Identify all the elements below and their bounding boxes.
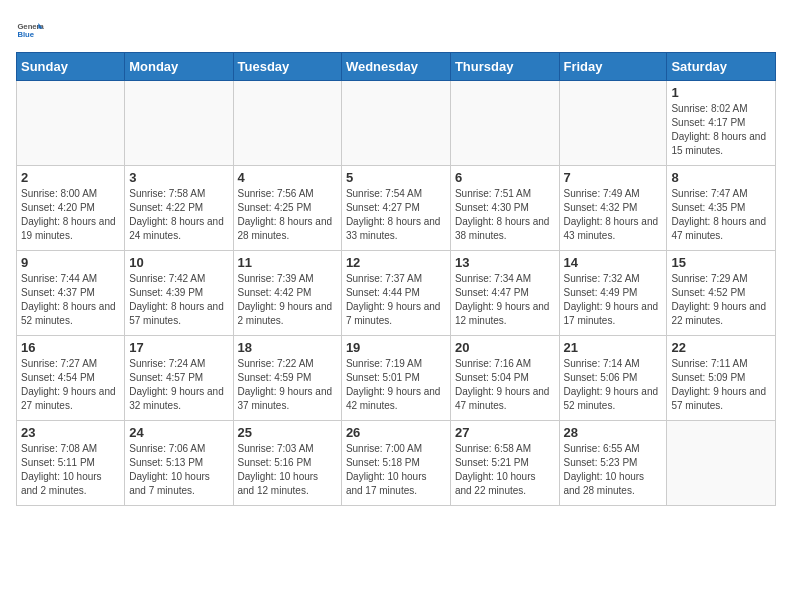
day-info: Sunrise: 7:34 AM Sunset: 4:47 PM Dayligh… xyxy=(455,272,555,328)
calendar-cell: 18Sunrise: 7:22 AM Sunset: 4:59 PM Dayli… xyxy=(233,336,341,421)
day-info: Sunrise: 7:54 AM Sunset: 4:27 PM Dayligh… xyxy=(346,187,446,243)
calendar-cell: 10Sunrise: 7:42 AM Sunset: 4:39 PM Dayli… xyxy=(125,251,233,336)
day-info: Sunrise: 7:22 AM Sunset: 4:59 PM Dayligh… xyxy=(238,357,337,413)
day-info: Sunrise: 7:32 AM Sunset: 4:49 PM Dayligh… xyxy=(564,272,663,328)
logo: General Blue xyxy=(16,16,44,44)
day-info: Sunrise: 6:58 AM Sunset: 5:21 PM Dayligh… xyxy=(455,442,555,498)
day-number: 25 xyxy=(238,425,337,440)
day-number: 23 xyxy=(21,425,120,440)
calendar-cell xyxy=(341,81,450,166)
day-number: 24 xyxy=(129,425,228,440)
day-info: Sunrise: 8:00 AM Sunset: 4:20 PM Dayligh… xyxy=(21,187,120,243)
day-info: Sunrise: 8:02 AM Sunset: 4:17 PM Dayligh… xyxy=(671,102,771,158)
day-number: 28 xyxy=(564,425,663,440)
calendar-cell: 1Sunrise: 8:02 AM Sunset: 4:17 PM Daylig… xyxy=(667,81,776,166)
day-header-monday: Monday xyxy=(125,53,233,81)
page-header: General Blue xyxy=(16,16,776,44)
calendar-cell: 3Sunrise: 7:58 AM Sunset: 4:22 PM Daylig… xyxy=(125,166,233,251)
week-row-3: 16Sunrise: 7:27 AM Sunset: 4:54 PM Dayli… xyxy=(17,336,776,421)
calendar-cell: 14Sunrise: 7:32 AM Sunset: 4:49 PM Dayli… xyxy=(559,251,667,336)
calendar-cell xyxy=(125,81,233,166)
day-info: Sunrise: 7:08 AM Sunset: 5:11 PM Dayligh… xyxy=(21,442,120,498)
calendar-header-row: SundayMondayTuesdayWednesdayThursdayFrid… xyxy=(17,53,776,81)
day-info: Sunrise: 7:27 AM Sunset: 4:54 PM Dayligh… xyxy=(21,357,120,413)
day-header-wednesday: Wednesday xyxy=(341,53,450,81)
calendar-cell: 24Sunrise: 7:06 AM Sunset: 5:13 PM Dayli… xyxy=(125,421,233,506)
day-info: Sunrise: 7:58 AM Sunset: 4:22 PM Dayligh… xyxy=(129,187,228,243)
day-number: 2 xyxy=(21,170,120,185)
day-header-tuesday: Tuesday xyxy=(233,53,341,81)
calendar-cell xyxy=(233,81,341,166)
week-row-1: 2Sunrise: 8:00 AM Sunset: 4:20 PM Daylig… xyxy=(17,166,776,251)
day-number: 15 xyxy=(671,255,771,270)
calendar-cell: 13Sunrise: 7:34 AM Sunset: 4:47 PM Dayli… xyxy=(450,251,559,336)
calendar-cell: 25Sunrise: 7:03 AM Sunset: 5:16 PM Dayli… xyxy=(233,421,341,506)
calendar-cell: 16Sunrise: 7:27 AM Sunset: 4:54 PM Dayli… xyxy=(17,336,125,421)
calendar-cell: 2Sunrise: 8:00 AM Sunset: 4:20 PM Daylig… xyxy=(17,166,125,251)
calendar-cell: 19Sunrise: 7:19 AM Sunset: 5:01 PM Dayli… xyxy=(341,336,450,421)
day-number: 3 xyxy=(129,170,228,185)
day-number: 14 xyxy=(564,255,663,270)
day-info: Sunrise: 7:19 AM Sunset: 5:01 PM Dayligh… xyxy=(346,357,446,413)
day-info: Sunrise: 7:39 AM Sunset: 4:42 PM Dayligh… xyxy=(238,272,337,328)
day-number: 18 xyxy=(238,340,337,355)
day-number: 16 xyxy=(21,340,120,355)
day-number: 22 xyxy=(671,340,771,355)
calendar-cell: 22Sunrise: 7:11 AM Sunset: 5:09 PM Dayli… xyxy=(667,336,776,421)
day-number: 5 xyxy=(346,170,446,185)
day-info: Sunrise: 6:55 AM Sunset: 5:23 PM Dayligh… xyxy=(564,442,663,498)
day-header-thursday: Thursday xyxy=(450,53,559,81)
day-info: Sunrise: 7:11 AM Sunset: 5:09 PM Dayligh… xyxy=(671,357,771,413)
day-number: 1 xyxy=(671,85,771,100)
svg-text:Blue: Blue xyxy=(17,30,34,39)
week-row-2: 9Sunrise: 7:44 AM Sunset: 4:37 PM Daylig… xyxy=(17,251,776,336)
calendar-cell: 6Sunrise: 7:51 AM Sunset: 4:30 PM Daylig… xyxy=(450,166,559,251)
day-number: 26 xyxy=(346,425,446,440)
calendar-cell: 15Sunrise: 7:29 AM Sunset: 4:52 PM Dayli… xyxy=(667,251,776,336)
day-number: 13 xyxy=(455,255,555,270)
calendar-cell: 21Sunrise: 7:14 AM Sunset: 5:06 PM Dayli… xyxy=(559,336,667,421)
day-info: Sunrise: 7:56 AM Sunset: 4:25 PM Dayligh… xyxy=(238,187,337,243)
calendar-cell: 23Sunrise: 7:08 AM Sunset: 5:11 PM Dayli… xyxy=(17,421,125,506)
day-number: 20 xyxy=(455,340,555,355)
calendar-cell: 4Sunrise: 7:56 AM Sunset: 4:25 PM Daylig… xyxy=(233,166,341,251)
calendar-cell xyxy=(667,421,776,506)
day-info: Sunrise: 7:44 AM Sunset: 4:37 PM Dayligh… xyxy=(21,272,120,328)
day-info: Sunrise: 7:47 AM Sunset: 4:35 PM Dayligh… xyxy=(671,187,771,243)
day-number: 6 xyxy=(455,170,555,185)
day-header-sunday: Sunday xyxy=(17,53,125,81)
calendar-cell xyxy=(17,81,125,166)
day-number: 11 xyxy=(238,255,337,270)
day-info: Sunrise: 7:37 AM Sunset: 4:44 PM Dayligh… xyxy=(346,272,446,328)
day-info: Sunrise: 7:06 AM Sunset: 5:13 PM Dayligh… xyxy=(129,442,228,498)
logo-icon: General Blue xyxy=(16,16,44,44)
calendar-cell: 11Sunrise: 7:39 AM Sunset: 4:42 PM Dayli… xyxy=(233,251,341,336)
day-number: 4 xyxy=(238,170,337,185)
calendar-cell xyxy=(559,81,667,166)
calendar-cell: 5Sunrise: 7:54 AM Sunset: 4:27 PM Daylig… xyxy=(341,166,450,251)
day-info: Sunrise: 7:42 AM Sunset: 4:39 PM Dayligh… xyxy=(129,272,228,328)
calendar-table: SundayMondayTuesdayWednesdayThursdayFrid… xyxy=(16,52,776,506)
calendar-body: 1Sunrise: 8:02 AM Sunset: 4:17 PM Daylig… xyxy=(17,81,776,506)
day-number: 21 xyxy=(564,340,663,355)
day-number: 17 xyxy=(129,340,228,355)
calendar-cell: 20Sunrise: 7:16 AM Sunset: 5:04 PM Dayli… xyxy=(450,336,559,421)
day-info: Sunrise: 7:16 AM Sunset: 5:04 PM Dayligh… xyxy=(455,357,555,413)
day-info: Sunrise: 7:24 AM Sunset: 4:57 PM Dayligh… xyxy=(129,357,228,413)
day-number: 27 xyxy=(455,425,555,440)
calendar-cell: 8Sunrise: 7:47 AM Sunset: 4:35 PM Daylig… xyxy=(667,166,776,251)
week-row-4: 23Sunrise: 7:08 AM Sunset: 5:11 PM Dayli… xyxy=(17,421,776,506)
calendar-cell: 27Sunrise: 6:58 AM Sunset: 5:21 PM Dayli… xyxy=(450,421,559,506)
day-info: Sunrise: 7:29 AM Sunset: 4:52 PM Dayligh… xyxy=(671,272,771,328)
day-number: 12 xyxy=(346,255,446,270)
day-number: 7 xyxy=(564,170,663,185)
day-info: Sunrise: 7:03 AM Sunset: 5:16 PM Dayligh… xyxy=(238,442,337,498)
day-info: Sunrise: 7:51 AM Sunset: 4:30 PM Dayligh… xyxy=(455,187,555,243)
day-number: 9 xyxy=(21,255,120,270)
day-number: 19 xyxy=(346,340,446,355)
calendar-cell: 17Sunrise: 7:24 AM Sunset: 4:57 PM Dayli… xyxy=(125,336,233,421)
calendar-cell: 7Sunrise: 7:49 AM Sunset: 4:32 PM Daylig… xyxy=(559,166,667,251)
calendar-cell xyxy=(450,81,559,166)
calendar-cell: 9Sunrise: 7:44 AM Sunset: 4:37 PM Daylig… xyxy=(17,251,125,336)
day-info: Sunrise: 7:14 AM Sunset: 5:06 PM Dayligh… xyxy=(564,357,663,413)
